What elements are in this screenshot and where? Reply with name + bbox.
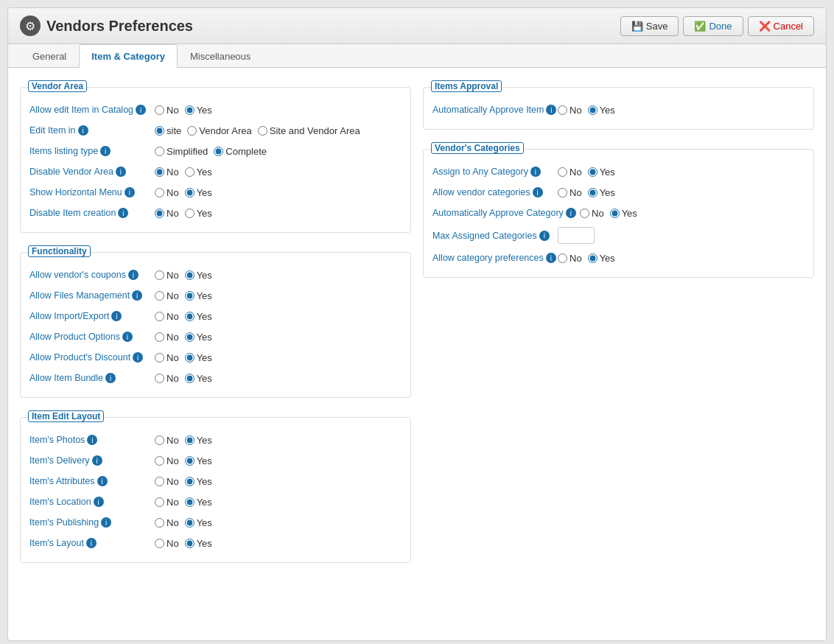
assign-any-category-radios: No Yes xyxy=(558,167,615,178)
items-publishing-radios: No Yes xyxy=(155,517,212,528)
allow-files-mgmt-radios: No Yes xyxy=(155,290,212,301)
items-attributes-yes[interactable]: Yes xyxy=(185,476,212,487)
header-buttons: 💾 Save ✅ Done ❌ Cancel xyxy=(620,16,814,36)
disable-vendor-area-yes[interactable]: Yes xyxy=(185,167,212,178)
allow-import-export-yes[interactable]: Yes xyxy=(185,311,212,322)
show-horizontal-menu-no[interactable]: No xyxy=(155,187,179,198)
assign-any-category-info[interactable]: i xyxy=(530,167,541,177)
auto-approve-item-no[interactable]: No xyxy=(558,105,582,116)
allow-edit-item-no[interactable]: No xyxy=(155,105,179,116)
allow-edit-item-info[interactable]: i xyxy=(136,105,146,115)
disable-item-creation-row: Disable Item creation i No Yes xyxy=(29,203,402,223)
allow-item-bundle-info[interactable]: i xyxy=(105,373,116,383)
allow-files-mgmt-no[interactable]: No xyxy=(155,290,179,301)
disable-item-creation-yes[interactable]: Yes xyxy=(185,208,212,219)
items-delivery-info[interactable]: i xyxy=(92,455,102,466)
auto-approve-item-info[interactable]: i xyxy=(546,105,556,115)
allow-item-bundle-label: Allow Item Bundle i xyxy=(29,373,155,383)
show-horizontal-menu-info[interactable]: i xyxy=(125,187,135,197)
max-assigned-categories-row: Max Assigned Categories i -1 xyxy=(432,223,805,248)
allow-files-mgmt-info[interactable]: i xyxy=(132,290,142,301)
allow-coupons-no[interactable]: No xyxy=(155,270,179,281)
items-location-yes[interactable]: Yes xyxy=(185,497,212,508)
show-horizontal-menu-yes[interactable]: Yes xyxy=(185,187,212,198)
max-assigned-categories-info[interactable]: i xyxy=(539,231,550,241)
listing-type-simplified[interactable]: Simplified xyxy=(155,146,208,157)
allow-vendor-categories-info[interactable]: i xyxy=(533,187,543,197)
tab-general[interactable]: General xyxy=(20,44,79,68)
allow-product-options-yes[interactable]: Yes xyxy=(185,332,212,343)
items-layout-yes[interactable]: Yes xyxy=(185,538,212,549)
allow-product-discount-radios: No Yes xyxy=(155,352,212,363)
allow-edit-item-yes[interactable]: Yes xyxy=(185,105,212,116)
tab-miscellaneous[interactable]: Miscellaneous xyxy=(178,44,263,68)
disable-item-creation-no[interactable]: No xyxy=(155,208,179,219)
allow-import-export-info[interactable]: i xyxy=(111,311,122,321)
allow-product-discount-no[interactable]: No xyxy=(155,352,179,363)
disable-item-creation-label: Disable Item creation i xyxy=(29,208,155,218)
allow-product-discount-yes[interactable]: Yes xyxy=(185,352,212,363)
items-layout-no[interactable]: No xyxy=(155,538,179,549)
listing-type-complete[interactable]: Complete xyxy=(214,146,267,157)
disable-vendor-area-no[interactable]: No xyxy=(155,167,179,178)
allow-item-bundle-yes[interactable]: Yes xyxy=(185,373,212,384)
assign-any-category-no[interactable]: No xyxy=(558,167,582,178)
items-location-info[interactable]: i xyxy=(94,497,104,507)
allow-coupons-info[interactable]: i xyxy=(128,270,139,280)
allow-edit-item-radios: No Yes xyxy=(155,105,212,116)
show-horizontal-menu-label: Show Horizontal Menu i xyxy=(29,187,155,197)
items-delivery-no[interactable]: No xyxy=(155,455,179,466)
edit-item-site-vendor[interactable]: Site and Vendor Area xyxy=(258,125,360,136)
auto-approve-category-info[interactable]: i xyxy=(566,208,576,218)
auto-approve-category-yes[interactable]: Yes xyxy=(610,208,637,219)
allow-item-bundle-radios: No Yes xyxy=(155,373,212,384)
items-attributes-info[interactable]: i xyxy=(97,476,108,486)
allow-item-bundle-no[interactable]: No xyxy=(155,373,179,384)
items-layout-row: Item's Layout i No Yes xyxy=(29,533,402,553)
allow-product-options-info[interactable]: i xyxy=(122,332,133,342)
items-photos-no[interactable]: No xyxy=(155,435,179,446)
page-container: ⚙ Vendors Preferences 💾 Save ✅ Done ❌ Ca… xyxy=(7,7,827,641)
disable-item-creation-info[interactable]: i xyxy=(118,208,128,218)
edit-item-site[interactable]: site xyxy=(155,125,181,136)
disable-vendor-area-info[interactable]: i xyxy=(116,167,126,177)
items-listing-type-info[interactable]: i xyxy=(100,146,111,156)
items-publishing-no[interactable]: No xyxy=(155,517,179,528)
done-button[interactable]: ✅ Done xyxy=(683,16,743,36)
assign-any-category-row: Assign to Any Category i No Yes xyxy=(432,161,805,182)
max-assigned-categories-input[interactable]: -1 xyxy=(558,227,595,244)
allow-vendor-categories-no[interactable]: No xyxy=(558,187,582,198)
items-publishing-info[interactable]: i xyxy=(101,517,111,528)
allow-import-export-no[interactable]: No xyxy=(155,311,179,322)
allow-product-options-label: Allow Product Options i xyxy=(29,332,155,342)
tab-item-category[interactable]: Item & Category xyxy=(79,44,178,68)
allow-coupons-row: Allow vendor's coupons i No Yes xyxy=(29,265,402,285)
items-layout-info[interactable]: i xyxy=(86,538,97,548)
allow-category-prefs-no[interactable]: No xyxy=(558,253,582,264)
auto-approve-category-no[interactable]: No xyxy=(580,208,604,219)
allow-coupons-yes[interactable]: Yes xyxy=(185,270,212,281)
allow-vendor-categories-yes[interactable]: Yes xyxy=(588,187,615,198)
save-button[interactable]: 💾 Save xyxy=(620,16,679,36)
items-layout-radios: No Yes xyxy=(155,538,212,549)
items-photos-yes[interactable]: Yes xyxy=(185,435,212,446)
items-approval-title: Items Approval xyxy=(431,80,502,92)
items-attributes-no[interactable]: No xyxy=(155,476,179,487)
allow-files-mgmt-yes[interactable]: Yes xyxy=(185,290,212,301)
allow-category-prefs-yes[interactable]: Yes xyxy=(588,253,615,264)
edit-item-in-info[interactable]: i xyxy=(78,125,88,136)
items-attributes-row: Item's Attributes i No Yes xyxy=(29,471,402,491)
auto-approve-item-yes[interactable]: Yes xyxy=(588,105,615,116)
items-publishing-yes[interactable]: Yes xyxy=(185,517,212,528)
allow-product-options-no[interactable]: No xyxy=(155,332,179,343)
items-delivery-yes[interactable]: Yes xyxy=(185,455,212,466)
items-location-no[interactable]: No xyxy=(155,497,179,508)
max-assigned-categories-label: Max Assigned Categories i xyxy=(432,231,558,241)
allow-product-discount-info[interactable]: i xyxy=(133,352,143,363)
disable-vendor-area-radios: No Yes xyxy=(155,167,212,178)
items-photos-info[interactable]: i xyxy=(87,435,97,445)
assign-any-category-yes[interactable]: Yes xyxy=(588,167,615,178)
allow-category-prefs-info[interactable]: i xyxy=(546,253,556,263)
cancel-button[interactable]: ❌ Cancel xyxy=(748,16,814,36)
edit-item-vendor-area[interactable]: Vendor Area xyxy=(187,125,252,136)
